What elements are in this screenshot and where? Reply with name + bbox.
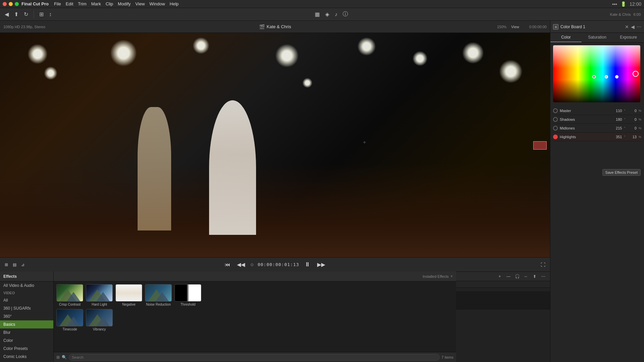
effects-cat-color-presets[interactable]: Color Presets [0, 345, 53, 353]
color-dot-midtones[interactable] [615, 75, 618, 79]
effect-noise-reduction[interactable]: Noise Reduction [145, 284, 172, 306]
save-effects-preset-button[interactable]: Save Effects Preset [602, 169, 641, 176]
panel-more-button[interactable]: ⋯ [637, 24, 641, 30]
color-board-header: ◈ Color Board 1 ✕ ◀ ⋯ [550, 21, 644, 33]
fast-forward-button[interactable]: ▶▶ [316, 260, 327, 269]
shadows-angle[interactable]: 180 [610, 117, 622, 121]
effects-cat-360[interactable]: 360° [0, 312, 53, 320]
midtones-angle[interactable]: 215 [610, 126, 622, 130]
color-dot-shadows[interactable] [605, 75, 608, 79]
clip-view-button[interactable]: ▤ [11, 261, 18, 268]
effects-row-1: Crisp Contrast Hard Light Negative [56, 284, 453, 306]
sparkle-7 [462, 42, 484, 64]
tab-exposure[interactable]: Exposure [613, 33, 644, 42]
info-button[interactable]: ⓘ [341, 10, 349, 18]
more-button[interactable]: ⋯ [540, 273, 547, 280]
panel-close-button[interactable]: ✕ [625, 24, 629, 30]
master-angle[interactable]: 110 [610, 109, 622, 113]
zoom-level[interactable]: 150% [497, 25, 506, 29]
go-to-start-button[interactable]: ⏮ [224, 260, 232, 269]
tool-button[interactable]: ↕ [48, 11, 53, 18]
wifi-icon: ▪▪▪ [612, 1, 617, 7]
sparkle-6 [412, 51, 428, 66]
color-dot-highlights[interactable] [633, 71, 639, 77]
menu-help[interactable]: Help [170, 1, 179, 6]
grid-view-button[interactable]: ⊞ [56, 355, 60, 360]
person-groom [138, 107, 171, 230]
effects-row-2: Timecode Vibrancy [56, 309, 453, 331]
sparkle-3 [193, 37, 209, 54]
effects-cat-basics[interactable]: Basics [0, 320, 53, 328]
audio-button[interactable]: ♪ [333, 11, 339, 18]
minimize-button[interactable] [9, 2, 13, 6]
preview-info-right: 150% View 0:00:00:00 [497, 24, 547, 30]
effect-crisp-contrast[interactable]: Crisp Contrast [56, 284, 83, 306]
effect-hard-light[interactable]: Hard Light [86, 284, 113, 306]
shadows-value[interactable]: 0 [627, 117, 637, 121]
effect-threshold-thumb [175, 284, 201, 302]
menu-edit[interactable]: Edit [66, 1, 73, 6]
playback-left-buttons: ⊞ ▤ ⊿ [3, 261, 26, 268]
color-dot-master[interactable] [592, 75, 596, 79]
sparkle-4 [275, 44, 299, 67]
color-wheel[interactable] [553, 45, 640, 102]
color-board-title: Color Board 1 [560, 24, 623, 29]
sync-button[interactable]: ↔ [523, 273, 529, 280]
export-button[interactable]: ⬆ [531, 273, 538, 280]
effects-category-list: Effects All Video & Audio VIDEO All 360 … [0, 271, 54, 362]
highlights-percent: % [639, 135, 641, 139]
mountain-decoration-3 [145, 290, 171, 301]
master-value[interactable]: 0 [627, 109, 637, 113]
effects-cat-all[interactable]: All [0, 296, 53, 304]
menu-window[interactable]: Window [149, 1, 165, 6]
zoom-out-button[interactable]: — [505, 273, 512, 280]
menu-file[interactable]: File [54, 1, 61, 6]
close-button[interactable] [3, 2, 7, 6]
effect-negative-thumb [115, 284, 142, 302]
effect-negative[interactable]: Negative [115, 284, 142, 306]
panel-collapse-button[interactable]: ◀ [631, 24, 635, 30]
effects-cat-comic-looks[interactable]: Comic Looks [0, 353, 53, 361]
titlebar: Final Cut Pro File Edit Trim Mark Clip M… [0, 0, 644, 8]
snap-button[interactable]: ⊞ [38, 10, 45, 18]
effects-search-input[interactable] [69, 354, 440, 361]
effects-cat-blur[interactable]: Blur [0, 328, 53, 337]
view-dropdown-button[interactable]: View [510, 24, 521, 30]
layout-button[interactable]: ▦ [313, 10, 321, 18]
menu-clip[interactable]: Clip [106, 1, 113, 6]
menu-view[interactable]: View [135, 1, 145, 6]
effects-cat-color[interactable]: Color [0, 337, 53, 345]
effects-cat-all-video[interactable]: All Video & Audio [0, 281, 53, 290]
view-layout-button[interactable]: ⊞ [3, 261, 9, 268]
arrow-up-button[interactable]: ⬆ [13, 10, 20, 18]
effects-search-bar: ⊞ 🔍 7 items [54, 352, 456, 362]
fullscreen-preview-button[interactable]: ⛶ [539, 261, 547, 269]
play-pause-button[interactable]: ⏸ [303, 260, 312, 269]
zoom-in-button[interactable]: + [496, 273, 503, 280]
menu-mark[interactable]: Mark [91, 1, 101, 6]
effect-timecode[interactable]: Timecode [56, 309, 83, 331]
installed-effects-label: Installed Effects [423, 274, 449, 278]
midtones-value[interactable]: 0 [627, 126, 637, 130]
fullscreen-button[interactable] [15, 2, 19, 6]
headphones-button[interactable]: 🎧 [514, 273, 521, 280]
tab-color[interactable]: Color [550, 33, 582, 42]
color-button[interactable]: ◈ [324, 10, 331, 18]
effect-hard-light-thumb [86, 284, 113, 302]
skim-button[interactable]: ⊿ [20, 261, 26, 268]
tab-saturation[interactable]: Saturation [582, 33, 613, 42]
menu-bar: File Edit Trim Mark Clip Modify View Win… [54, 1, 179, 6]
refresh-button[interactable]: ↻ [22, 10, 30, 18]
menu-modify[interactable]: Modify [118, 1, 131, 6]
rewind-button[interactable]: ◀◀ [236, 260, 246, 269]
highlights-angle[interactable]: 351 [610, 135, 622, 139]
back-button[interactable]: ◀ [3, 10, 10, 18]
effects-cat-distortion[interactable]: Distortion [0, 361, 53, 362]
effect-vibrancy[interactable]: Vibrancy [86, 309, 113, 331]
items-count: 7 items [442, 355, 453, 359]
highlights-value[interactable]: 13 [627, 135, 637, 139]
video-content: ✛ [0, 33, 550, 257]
effects-cat-360sugarfx[interactable]: 360 | SUGARfx [0, 304, 53, 312]
menu-trim[interactable]: Trim [78, 1, 87, 6]
effect-threshold[interactable]: Threshold [175, 284, 201, 306]
